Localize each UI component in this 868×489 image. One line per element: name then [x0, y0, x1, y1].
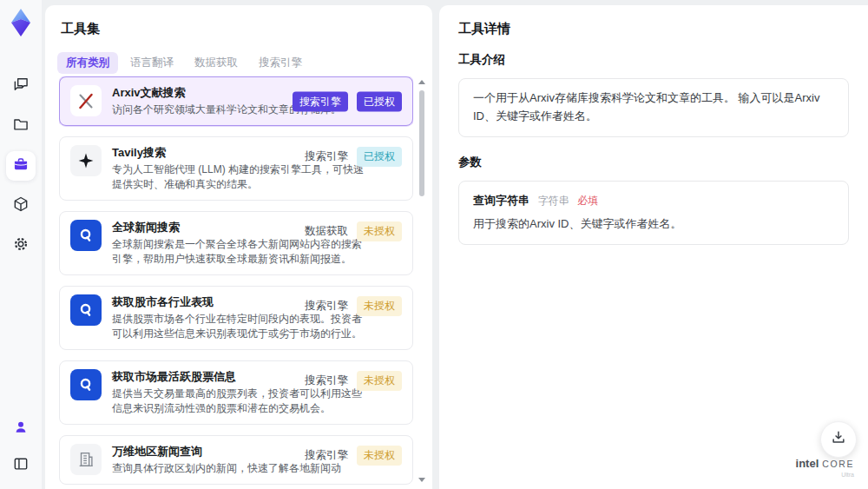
- news-app-icon: [70, 220, 102, 251]
- stocks-app-icon: [70, 294, 102, 326]
- tab-translation[interactable]: 语言翻译: [122, 52, 182, 74]
- intro-box: 一个用于从Arxiv存储库搜索科学论文和文章的工具。 输入可以是Arxiv ID…: [458, 78, 849, 137]
- core-wordmark: CORE: [822, 459, 854, 470]
- sidebar-item-account[interactable]: [6, 414, 36, 444]
- tool-card-list: Arxiv文献搜索 访问各个研究领域大量科学论文和文章的存储库。 搜索引擎 已授…: [59, 76, 413, 489]
- status-badge: 未授权: [357, 221, 402, 241]
- user-avatar-icon: [12, 419, 30, 439]
- tool-card-tavily[interactable]: Tavily搜索 专为人工智能代理 (LLM) 构建的搜索引擎工具，可快速提供实…: [59, 136, 413, 201]
- app-logo-icon: [7, 7, 35, 38]
- tool-detail-panel: 工具详情 工具介绍 一个用于从Arxiv存储库搜索科学论文和文章的工具。 输入可…: [439, 5, 868, 489]
- tool-description: 专为人工智能代理 (LLM) 构建的搜索引擎工具，可快速提供实时、准确和真实的结…: [112, 162, 365, 192]
- tool-card-regional-news[interactable]: 万维地区新闻查询 查询具体行政区划内的新闻，快速了解各地新闻动 搜索引擎 未授权: [59, 435, 413, 485]
- status-badge: 已授权: [357, 147, 402, 167]
- scroll-down-arrow-icon[interactable]: [418, 478, 425, 482]
- sidebar-item-collapse[interactable]: [6, 451, 36, 480]
- sidebar-item-settings[interactable]: [6, 231, 36, 261]
- params-heading: 参数: [458, 155, 849, 170]
- app-root: 工具集 所有类别 语言翻译 数据获取 搜索引擎 Arxiv文献搜索 访问各个研究…: [0, 0, 868, 489]
- tool-description: 全球新闻搜索是一个聚合全球各大新闻网站内容的搜索引擎，帮助用户快速获取全球最新资…: [112, 237, 365, 267]
- intel-wordmark: intel: [796, 458, 819, 470]
- download-icon: [830, 429, 847, 450]
- tab-all-categories[interactable]: 所有类别: [57, 52, 118, 74]
- status-badge: 已授权: [357, 91, 402, 111]
- tool-meta: 搜索引擎 已授权: [305, 147, 402, 167]
- tool-list-panel: 工具集 所有类别 语言翻译 数据获取 搜索引擎 Arxiv文献搜索 访问各个研究…: [45, 5, 432, 489]
- page-title: 工具集: [61, 21, 100, 37]
- category-label: 数据获取: [305, 224, 348, 239]
- param-description: 用于搜索的Arxiv ID、关键字或作者姓名。: [473, 215, 834, 234]
- sidebar-nav: [6, 71, 36, 261]
- sidebar-bottom: [6, 414, 36, 489]
- tab-search-engine[interactable]: 搜索引擎: [250, 52, 311, 74]
- package-icon: [12, 195, 30, 216]
- status-badge: 未授权: [357, 296, 402, 316]
- status-badge: 未授权: [357, 446, 402, 466]
- param-name: 查询字符串: [473, 194, 529, 207]
- param-header: 查询字符串 字符串 必填: [473, 192, 834, 210]
- ultra-wordmark: Ultra: [796, 472, 854, 479]
- panel-toggle-icon: [12, 455, 30, 476]
- param-type: 字符串: [538, 195, 569, 207]
- tool-card-sector-performance[interactable]: 获取股市各行业表现 提供股票市场各个行业在特定时间段内的表现。投资者可以利用这些…: [59, 286, 413, 350]
- stocks-app-icon: [70, 369, 102, 400]
- category-label: 搜索引擎: [305, 149, 348, 164]
- tool-card-global-news[interactable]: 全球新闻搜索 全球新闻搜索是一个聚合全球各大新闻网站内容的搜索引擎，帮助用户快速…: [59, 211, 413, 275]
- category-badge: 搜索引擎: [293, 91, 348, 111]
- arxiv-logo-icon: [70, 85, 102, 116]
- category-label: 搜索引擎: [305, 448, 348, 463]
- tool-meta: 搜索引擎 未授权: [305, 446, 402, 466]
- tool-meta: 搜索引擎 已授权: [293, 91, 402, 111]
- category-label: 搜索引擎: [305, 373, 348, 388]
- list-scrollbar[interactable]: [418, 78, 425, 484]
- category-tabs: 所有类别 语言翻译 数据获取 搜索引擎: [57, 52, 311, 74]
- tab-data-fetch[interactable]: 数据获取: [186, 52, 247, 74]
- sidebar-item-toolbox[interactable]: [6, 151, 36, 181]
- param-required-flag: 必填: [577, 195, 598, 207]
- sidebar-item-packages[interactable]: [6, 191, 36, 221]
- toolbox-icon: [12, 155, 30, 176]
- download-button[interactable]: [820, 421, 857, 458]
- chat-icon: [12, 76, 30, 96]
- category-label: 搜索引擎: [305, 299, 348, 314]
- tool-card-arxiv[interactable]: Arxiv文献搜索 访问各个研究领域大量科学论文和文章的存储库。 搜索引擎 已授…: [59, 76, 413, 126]
- scroll-up-arrow-icon[interactable]: [418, 80, 425, 84]
- tool-meta: 搜索引擎 未授权: [305, 296, 402, 316]
- sparkle-icon: [70, 145, 102, 176]
- scrollbar-thumb[interactable]: [419, 90, 424, 196]
- sidebar-rail: [0, 0, 42, 489]
- folder-icon: [12, 116, 30, 136]
- detail-title: 工具详情: [458, 21, 510, 37]
- status-badge: 未授权: [357, 371, 402, 391]
- building-icon: [70, 444, 102, 475]
- detail-body: 工具介绍 一个用于从Arxiv存储库搜索科学论文和文章的工具。 输入可以是Arx…: [458, 52, 849, 245]
- tool-card-active-stocks[interactable]: 获取市场最活跃股票信息 提供当天交易量最高的股票列表，投资者可以利用这些信息来识…: [59, 360, 413, 425]
- param-box: 查询字符串 字符串 必填 用于搜索的Arxiv ID、关键字或作者姓名。: [458, 181, 849, 246]
- intro-heading: 工具介绍: [458, 52, 849, 68]
- sidebar-item-files[interactable]: [6, 111, 36, 141]
- sidebar-item-chat[interactable]: [6, 71, 36, 101]
- tool-description: 提供股票市场各个行业在特定时间段内的表现。投资者可以利用这些信息来识别表现优于或…: [112, 312, 365, 341]
- tool-meta: 搜索引擎 未授权: [305, 371, 402, 391]
- intel-core-logo: intel CORE Ultra: [796, 458, 854, 479]
- tool-meta: 数据获取 未授权: [305, 221, 402, 241]
- gear-icon: [12, 235, 30, 256]
- tool-description: 提供当天交易量最高的股票列表，投资者可以利用这些信息来识别流动性强的股票和潜在的…: [112, 387, 365, 416]
